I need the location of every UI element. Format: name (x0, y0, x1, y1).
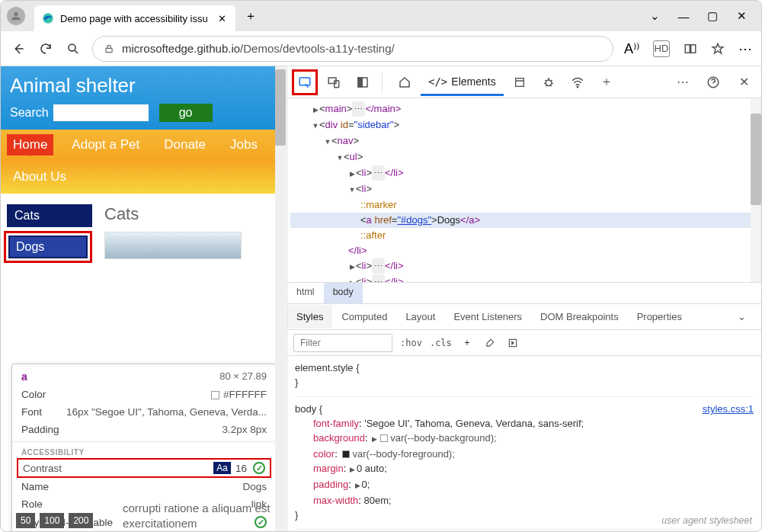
sidebar-dogs[interactable]: Dogs (8, 236, 88, 258)
bug-icon[interactable] (536, 69, 562, 95)
reader-icon[interactable] (684, 42, 697, 56)
breadcrumb-html[interactable]: html (287, 283, 324, 303)
stylesheet-link[interactable]: styles.css:1 (703, 402, 754, 416)
panel-toggle-icon[interactable] (350, 69, 376, 95)
sidebar-cats[interactable]: Cats (7, 204, 92, 227)
chip-200[interactable]: 200 (69, 513, 93, 528)
help-icon[interactable] (700, 69, 726, 95)
tip-contrast-value: 16 (235, 463, 247, 474)
highlight-contrast-row: Contrast Aa 16 ✓ (17, 458, 271, 478)
tip-font-label: Font (21, 406, 42, 418)
back-icon[interactable] (10, 40, 27, 57)
subtab-layout[interactable]: Layout (396, 305, 444, 328)
url-bar[interactable]: microsoftedge.github.io/Demos/devtools-a… (92, 36, 613, 62)
refresh-icon[interactable] (37, 40, 54, 57)
settings-menu-icon[interactable]: ⋯ (738, 40, 752, 57)
color-swatch (211, 391, 219, 399)
styles-rules[interactable]: element.style { } body {styles.css:1 fon… (287, 356, 761, 531)
computed-toggle-icon[interactable] (505, 335, 520, 351)
tooltip-a11y-heading: ACCESSIBILITY (12, 445, 276, 458)
lock-icon (104, 43, 114, 54)
more-tabs-icon[interactable]: ＋ (594, 69, 620, 95)
welcome-tab-icon[interactable] (392, 69, 418, 95)
svg-rect-2 (106, 48, 112, 52)
dom-scrollbar[interactable] (751, 98, 761, 282)
tip-padding-label: Padding (21, 424, 59, 435)
breadcrumb-body[interactable]: body (324, 283, 363, 303)
nav-donate[interactable]: Donate (158, 134, 212, 155)
page-heading: Cats (104, 204, 280, 224)
nav-home[interactable]: Home (7, 134, 53, 155)
breadcrumb: html body (287, 283, 761, 304)
site-title: Animal shelter (10, 74, 277, 98)
minimize-icon[interactable]: — (677, 9, 690, 23)
hov-toggle[interactable]: :hov (400, 338, 422, 348)
close-devtools-icon[interactable]: ✕ (731, 69, 757, 95)
chevron-down-icon[interactable]: ⌄ (648, 9, 661, 23)
new-tab-button[interactable]: ＋ (240, 5, 261, 27)
tooltip-dimensions: 80 × 27.89 (219, 370, 267, 383)
window-controls: ⌄ — ▢ ✕ (648, 9, 755, 23)
devtools-panel: </>Elements ＋ ⋯ ✕ <main>⋯</main> <div id… (287, 66, 761, 531)
nav-jobs[interactable]: Jobs (224, 134, 264, 155)
svg-point-1 (69, 44, 75, 51)
main-nav: Home Adopt a Pet Donate Jobs About Us (1, 130, 286, 194)
browser-tab[interactable]: Demo page with accessibility issu ✕ (34, 5, 235, 31)
svg-rect-7 (358, 78, 362, 87)
read-aloud-icon[interactable]: A⁾⁾ (624, 40, 639, 57)
tab-close-icon[interactable]: ✕ (217, 13, 228, 24)
donation-chips: 50 100 200 (16, 513, 93, 528)
tip-font-value: 16px "Segoe UI", Tahoma, Geneva, Verda..… (66, 406, 267, 418)
go-button[interactable]: go (159, 104, 213, 122)
styles-subtabs: Styles Computed Layout Event Listeners D… (287, 304, 761, 330)
devtools-menu-icon[interactable]: ⋯ (670, 69, 696, 95)
maximize-icon[interactable]: ▢ (706, 9, 719, 23)
hd-icon[interactable]: HD (653, 40, 670, 57)
cls-toggle[interactable]: .cls (430, 338, 452, 348)
brush-icon[interactable] (482, 335, 498, 351)
subtab-styles[interactable]: Styles (287, 305, 332, 328)
chip-50[interactable]: 50 (16, 513, 35, 528)
new-rule-icon[interactable]: ＋ (459, 335, 475, 351)
search-label: Search (10, 106, 49, 120)
toolbar-right: A⁾⁾ HD ⋯ (624, 40, 752, 57)
styles-filter-input[interactable] (293, 334, 392, 352)
search-icon[interactable] (65, 40, 82, 57)
styles-toolbar: :hov .cls ＋ (287, 330, 761, 356)
dom-tree[interactable]: <main>⋯</main> <div id="sidebar"> <nav> … (287, 98, 761, 283)
device-toggle-icon[interactable] (321, 69, 347, 95)
svg-point-10 (577, 86, 578, 88)
tab-title: Demo page with accessibility issu (60, 13, 208, 24)
tab-elements[interactable]: </>Elements (421, 69, 504, 96)
tip-name-label: Name (21, 481, 49, 492)
subtab-dom-breakpoints[interactable]: DOM Breakpoints (531, 305, 628, 328)
close-icon[interactable]: ✕ (735, 9, 748, 23)
check-icon: ✓ (253, 462, 265, 474)
chip-100[interactable]: 100 (40, 513, 64, 528)
tip-color-value: #FFFFFF (223, 389, 267, 400)
lorem-text: corrupti ratione a aliquam est exercitat… (123, 501, 275, 532)
subtab-computed[interactable]: Computed (332, 305, 396, 328)
nav-adopt[interactable]: Adopt a Pet (66, 134, 146, 155)
edge-icon (42, 12, 54, 24)
other-label: Other (21, 529, 50, 532)
user-agent-label: user agent stylesheet (661, 514, 752, 528)
chevron-down-icon[interactable]: ⌄ (728, 311, 755, 322)
profile-avatar[interactable] (7, 7, 25, 25)
search-input[interactable] (53, 104, 149, 121)
svg-rect-3 (299, 78, 310, 85)
favorite-icon[interactable] (711, 42, 725, 56)
selected-dom-node[interactable]: <a href="#dogs">Dogs</a> (290, 213, 761, 228)
network-icon[interactable] (565, 69, 591, 95)
nav-about[interactable]: About Us (7, 166, 72, 187)
subtab-properties[interactable]: Properties (628, 305, 691, 328)
page-viewport: Animal shelter Search go Home Adopt a Pe… (1, 66, 287, 531)
app-tab-icon[interactable] (507, 69, 533, 95)
page-scrollbar[interactable] (275, 66, 286, 531)
tooltip-tag: a (21, 370, 27, 383)
cat-image-placeholder (104, 232, 242, 259)
subtab-event-listeners[interactable]: Event Listeners (444, 305, 531, 328)
tip-color-label: Color (21, 389, 46, 400)
inspect-element-icon[interactable] (292, 69, 318, 95)
highlight-dogs-target: Dogs (4, 231, 92, 263)
